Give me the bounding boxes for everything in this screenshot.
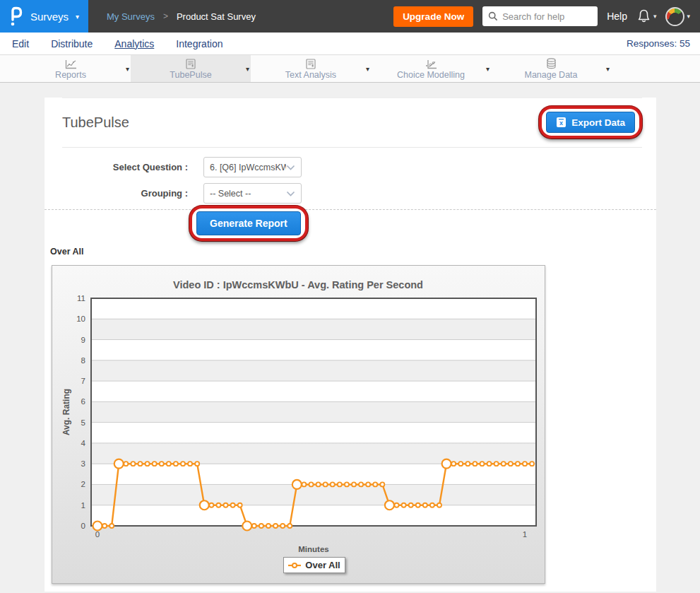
- svg-text:9: 9: [81, 336, 85, 344]
- tab-choice-modelling[interactable]: Choice Modelling ▾: [371, 55, 491, 82]
- search-input[interactable]: [502, 11, 587, 22]
- product-switcher-label: Surveys: [30, 11, 69, 23]
- questionpro-logo-icon: [9, 6, 23, 26]
- grouping-label: Grouping :: [45, 188, 189, 199]
- breadcrumb: My Surveys > Product Sat Survey: [107, 11, 256, 22]
- export-data-annotation-ring: x Export Data: [539, 106, 642, 139]
- select-question-dropdown[interactable]: 6. [Q6] IpWccmsKWbU: [203, 157, 302, 177]
- svg-text:4: 4: [81, 439, 86, 447]
- report-document-icon: [186, 59, 196, 69]
- nav-item-distribute[interactable]: Distribute: [51, 38, 93, 49]
- breadcrumb-current-survey: Product Sat Survey: [177, 11, 256, 22]
- svg-text:11: 11: [77, 294, 85, 303]
- chevron-down-icon: [286, 165, 295, 170]
- chevron-down-icon: ▾: [76, 13, 79, 20]
- svg-text:8: 8: [81, 356, 85, 365]
- chevron-down-icon[interactable]: ▾: [246, 65, 249, 73]
- chevron-down-icon: ▾: [687, 13, 690, 20]
- tab-reports[interactable]: Reports ▾: [11, 55, 131, 82]
- svg-text:x: x: [559, 119, 563, 127]
- bell-icon: [636, 8, 651, 24]
- svg-text:5: 5: [81, 418, 85, 427]
- database-icon: [546, 59, 557, 69]
- svg-text:0: 0: [95, 530, 100, 539]
- legend-series-marker-icon: [288, 562, 301, 569]
- survey-section-nav: Edit Distribute Analytics Integration Re…: [0, 33, 700, 55]
- responses-count: Responses: 55: [627, 38, 690, 49]
- nav-item-analytics[interactable]: Analytics: [114, 38, 154, 49]
- tubepulse-panel: TubePulse x Export Data Select Question …: [45, 98, 656, 592]
- generate-report-annotation-ring: Generate Report: [189, 206, 308, 241]
- analytics-tabbar: Reports ▾ TubePulse ▾ Text Analysis ▾ Ch…: [0, 55, 700, 83]
- svg-text:2: 2: [81, 480, 85, 488]
- grouping-dropdown[interactable]: -- Select --: [203, 183, 302, 204]
- tab-label: Reports: [55, 70, 86, 80]
- page-title: TubePulse: [62, 115, 129, 131]
- chevron-down-icon: [286, 191, 295, 196]
- breadcrumb-my-surveys[interactable]: My Surveys: [107, 11, 155, 22]
- svg-text:7: 7: [81, 377, 85, 385]
- nav-item-edit[interactable]: Edit: [12, 38, 29, 49]
- report-document-icon: [306, 59, 316, 69]
- tab-label: Text Analysis: [285, 70, 336, 80]
- legend-entry-label: Over All: [305, 560, 340, 570]
- upgrade-now-button[interactable]: Upgrade Now: [393, 6, 473, 27]
- notifications-button[interactable]: ▾: [636, 8, 657, 24]
- export-data-button[interactable]: x Export Data: [546, 112, 635, 133]
- svg-text:1: 1: [81, 501, 85, 510]
- chevron-down-icon[interactable]: ▾: [366, 65, 369, 73]
- tab-tubepulse[interactable]: TubePulse ▾: [131, 55, 251, 82]
- excel-export-icon: x: [556, 117, 566, 128]
- chart-legend[interactable]: Over All: [283, 557, 345, 573]
- avatar: [665, 7, 684, 26]
- svg-text:6: 6: [81, 397, 85, 406]
- svg-text:1: 1: [523, 530, 527, 539]
- panel-header: TubePulse x Export Data: [62, 98, 642, 148]
- brand-area[interactable]: Surveys ▾: [0, 0, 88, 33]
- svg-text:Video ID : IpWccmsKWbU - Avg.: Video ID : IpWccmsKWbU - Avg. Rating Per…: [173, 279, 423, 290]
- chevron-down-icon: ▾: [653, 13, 657, 20]
- svg-text:3: 3: [81, 459, 85, 468]
- chevron-down-icon[interactable]: ▾: [606, 65, 610, 73]
- export-data-label: Export Data: [571, 117, 625, 128]
- chevron-down-icon[interactable]: ▾: [486, 65, 490, 73]
- tab-label: Choice Modelling: [397, 70, 465, 80]
- search-icon: [488, 11, 498, 21]
- svg-text:0: 0: [81, 522, 85, 530]
- select-question-value: 6. [Q6] IpWccmsKWbU: [210, 163, 286, 172]
- svg-text:Minutes: Minutes: [298, 545, 328, 553]
- generate-report-button[interactable]: Generate Report: [196, 211, 301, 235]
- line-chart-icon: [65, 59, 77, 69]
- help-search-box[interactable]: [482, 6, 598, 26]
- tab-label: TubePulse: [170, 70, 211, 80]
- nav-item-integration[interactable]: Integration: [176, 38, 223, 49]
- svg-text:Avg. Rating: Avg. Rating: [61, 389, 71, 435]
- scatter-chart-icon: [425, 59, 437, 69]
- avg-rating-line-chart: Video ID : IpWccmsKWbU - Avg. Rating Per…: [52, 266, 545, 583]
- breadcrumb-separator-icon: >: [163, 11, 168, 21]
- tab-label: Manage Data: [524, 70, 577, 80]
- svg-text:10: 10: [76, 315, 85, 323]
- tab-manage-data[interactable]: Manage Data ▾: [491, 55, 611, 82]
- grouping-value: -- Select --: [210, 189, 286, 199]
- top-navbar: Surveys ▾ My Surveys > Product Sat Surve…: [0, 0, 700, 33]
- tab-text-analysis[interactable]: Text Analysis ▾: [251, 55, 371, 82]
- account-menu-button[interactable]: ▾: [665, 7, 690, 26]
- tubepulse-chart-card: Video ID : IpWccmsKWbU - Avg. Rating Per…: [52, 265, 545, 584]
- topbar-right-controls: Upgrade Now Help ▾ ▾: [393, 6, 700, 27]
- help-link[interactable]: Help: [607, 11, 627, 22]
- report-options-form: Select Question : 6. [Q6] IpWccmsKWbU Gr…: [45, 157, 656, 204]
- overall-section-label: Over All: [50, 247, 656, 257]
- chevron-down-icon[interactable]: ▾: [126, 65, 129, 73]
- select-question-label: Select Question :: [45, 162, 189, 172]
